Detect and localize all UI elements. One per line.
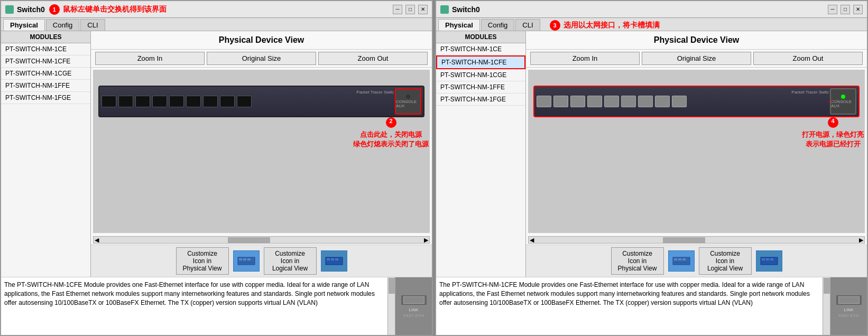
- right-module-4[interactable]: PT-SWITCH-NM-1FFE: [436, 81, 525, 94]
- right-modules-header: MODULES: [436, 31, 525, 43]
- right-modules-panel: MODULES PT-SWITCH-NM-1CE PT-SWITCH-NM-1C…: [436, 31, 526, 277]
- svg-rect-15: [762, 258, 765, 260]
- right-module-3[interactable]: PT-SWITCH-NM-1CGE: [436, 69, 525, 81]
- tab-config-right[interactable]: Config: [481, 19, 515, 31]
- left-scrollbar[interactable]: ◀ ▶: [93, 236, 430, 244]
- right-switch-icon: [440, 5, 449, 14]
- tab-physical-left[interactable]: Physical: [3, 19, 45, 31]
- tab-cli-left[interactable]: CLI: [80, 19, 105, 31]
- left-module-1[interactable]: PT-SWITCH-NM-1CE: [1, 43, 90, 55]
- left-main-content: MODULES PT-SWITCH-NM-1CE PT-SWITCH-NM-1C…: [1, 31, 432, 277]
- right-window: Switch0 ─ □ ✕ Physical Config CLI 3 选用以太…: [435, 0, 868, 336]
- left-title: Switch0: [17, 5, 45, 14]
- right-zoom-controls: Zoom In Original Size Zoom Out: [526, 50, 867, 68]
- svg-rect-16: [766, 258, 769, 260]
- right-zoom-in-btn[interactable]: Zoom In: [530, 52, 640, 65]
- left-description-text: The PT-SWITCH-NM-1CFE Module provides on…: [1, 277, 387, 335]
- annotation-3-text: 选用以太网接口，将卡槽填满: [564, 21, 660, 30]
- right-port-7: [638, 96, 653, 107]
- left-customize-physical-btn[interactable]: Customize Icon in Physical View: [176, 247, 229, 275]
- left-power-led: [406, 95, 410, 99]
- right-scrollbar-thumb[interactable]: [663, 237, 705, 244]
- left-window-controls: ─ □ ✕: [393, 5, 428, 14]
- left-port-8: [220, 96, 235, 107]
- left-customize-logical-btn[interactable]: Customize Icon in Logical View: [264, 247, 317, 275]
- left-window: Switch0 1 鼠标左键单击交换机得到该界面 ─ □ ✕ Physical …: [0, 0, 433, 336]
- left-switch-icon-svg: [237, 253, 256, 269]
- right-switch-body: Packet Tracer Switc CONSOLE AUX: [533, 86, 860, 117]
- right-customize-physical-btn[interactable]: Customize Icon in Physical View: [611, 247, 664, 275]
- svg-rect-11: [678, 258, 681, 260]
- left-port-2: [118, 96, 133, 107]
- left-modules-header: MODULES: [1, 31, 90, 43]
- right-title: Switch0: [452, 5, 828, 14]
- left-description-scrollbar[interactable]: [387, 277, 395, 335]
- right-description-text: The PT-SWITCH-NM-1CFE Module provides on…: [436, 277, 823, 335]
- right-module-2-selected[interactable]: PT-SWITCH-NM-1CFE: [436, 55, 525, 69]
- left-desc-scrollbar-thumb[interactable]: [389, 278, 395, 294]
- left-device-view: Physical Device View Zoom In Original Si…: [91, 31, 432, 277]
- left-port-1: [101, 96, 116, 107]
- left-customize-row: Customize Icon in Physical View Customiz…: [91, 245, 432, 277]
- left-module-5[interactable]: PT-SWITCH-NM-1FGE: [1, 92, 90, 104]
- left-module-3[interactable]: PT-SWITCH-NM-1CGE: [1, 68, 90, 80]
- right-zoom-out-btn[interactable]: Zoom Out: [753, 52, 863, 65]
- left-zoom-controls: Zoom In Original Size Zoom Out: [91, 50, 432, 68]
- left-port-6: [186, 96, 201, 107]
- left-module-4[interactable]: PT-SWITCH-NM-1FFE: [1, 80, 90, 92]
- right-port-1: [537, 96, 551, 107]
- right-customize-row: Customize Icon in Physical View Customiz…: [526, 245, 867, 277]
- right-minimize-btn[interactable]: ─: [828, 5, 837, 14]
- left-description-area: The PT-SWITCH-NM-1CFE Module provides on…: [1, 277, 432, 335]
- right-desc-scrollbar-thumb[interactable]: [824, 278, 830, 294]
- annotation-1-badge: 1: [49, 4, 60, 15]
- left-switch-icon-logical-svg: [325, 253, 344, 269]
- right-scrollbar[interactable]: ◀ ▶: [528, 236, 865, 244]
- left-zoom-in-btn[interactable]: Zoom In: [95, 52, 205, 65]
- right-port-6: [621, 96, 636, 107]
- minimize-btn[interactable]: ─: [393, 5, 402, 14]
- right-close-btn[interactable]: ✕: [853, 5, 863, 14]
- right-tabs: Physical Config CLI 3 选用以太网接口，将卡槽填满: [436, 18, 867, 31]
- right-port-8: [655, 96, 670, 107]
- svg-rect-7: [331, 258, 334, 260]
- annotation-3-container: 3 选用以太网接口，将卡槽填满: [550, 20, 660, 31]
- right-module-1[interactable]: PT-SWITCH-NM-1CE: [436, 43, 525, 55]
- right-description-scrollbar[interactable]: [823, 277, 830, 335]
- left-port-3: [135, 96, 150, 107]
- right-power-led: [841, 95, 845, 99]
- tab-physical-right[interactable]: Physical: [438, 19, 480, 31]
- svg-rect-3: [247, 258, 251, 260]
- left-port-4: [152, 96, 167, 107]
- right-customize-logical-btn[interactable]: Customize Icon in Logical View: [699, 247, 752, 275]
- right-module-image: LINK FAST ETH: [830, 277, 867, 335]
- left-switch-body: Packet Tracer Switc CONSOLE AUX: [98, 86, 424, 117]
- maximize-btn[interactable]: □: [405, 5, 415, 14]
- close-btn[interactable]: ✕: [418, 5, 428, 14]
- left-original-size-btn[interactable]: Original Size: [207, 52, 316, 65]
- left-module-image: LINK FAST ETH: [395, 277, 432, 335]
- right-original-size-btn[interactable]: Original Size: [642, 52, 751, 65]
- tab-cli-right[interactable]: CLI: [515, 19, 540, 31]
- svg-rect-6: [327, 258, 330, 260]
- svg-rect-2: [243, 258, 246, 260]
- right-maximize-btn[interactable]: □: [841, 5, 850, 14]
- right-annotation-4: 4 打开电源，绿色灯亮 表示电源已经打开: [802, 117, 864, 149]
- svg-rect-1: [239, 258, 242, 260]
- left-module-list: PT-SWITCH-NM-1CE PT-SWITCH-NM-1CFE PT-SW…: [1, 43, 90, 277]
- svg-rect-17: [770, 258, 773, 260]
- left-scrollbar-thumb[interactable]: [228, 237, 270, 244]
- left-tabs: Physical Config CLI: [1, 18, 432, 31]
- right-switch-icon-logical-svg: [760, 253, 779, 269]
- left-power-button[interactable]: CONSOLE AUX: [395, 88, 421, 115]
- right-device-canvas: Packet Tracer Switc CONSOLE AUX → 4 打开电源…: [528, 70, 865, 233]
- left-modules-panel: MODULES PT-SWITCH-NM-1CE PT-SWITCH-NM-1C…: [1, 31, 91, 277]
- tab-config-left[interactable]: Config: [46, 19, 80, 31]
- left-module-2[interactable]: PT-SWITCH-NM-1CFE: [1, 55, 90, 68]
- right-module-5[interactable]: PT-SWITCH-NM-1FGE: [436, 94, 525, 106]
- left-zoom-out-btn[interactable]: Zoom Out: [318, 52, 428, 65]
- right-icon-preview-1: [668, 250, 695, 272]
- svg-rect-10: [674, 258, 677, 260]
- right-port-3: [570, 96, 585, 107]
- annotation-4-line1: 打开电源，绿色灯亮: [802, 130, 864, 139]
